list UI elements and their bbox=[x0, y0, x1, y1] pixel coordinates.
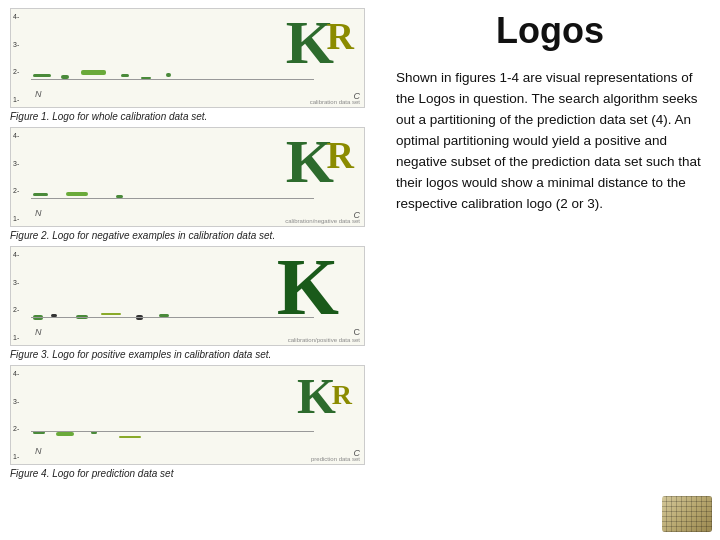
bottom-label-2: calibration/negative data set bbox=[285, 218, 360, 224]
streak-2-2 bbox=[66, 192, 88, 196]
figure-1-block: 4- 3- 2- 1- K R N C calibration data set bbox=[10, 8, 370, 123]
streak-1 bbox=[33, 74, 51, 77]
horiz-line-3 bbox=[31, 317, 314, 318]
y-axis-1: 4- 3- 2- 1- bbox=[11, 9, 33, 107]
n-label-4: N bbox=[35, 446, 42, 456]
description-text: Shown in figures 1-4 are visual represen… bbox=[396, 68, 704, 214]
bottom-label-4: prediction data set bbox=[311, 456, 360, 462]
figure-4-caption: Figure 4. Logo for prediction data set bbox=[10, 467, 370, 480]
figure-4-image: 4- 3- 2- 1- K R N C prediction data set bbox=[10, 365, 365, 465]
figure-3-image: 4- 3- 2- 1- K N C calibration/positive d… bbox=[10, 246, 365, 346]
streak-3-4 bbox=[101, 313, 121, 315]
figure-2-caption: Figure 2. Logo for negative examples in … bbox=[10, 229, 370, 242]
streak-4-2 bbox=[56, 432, 74, 436]
bottom-right-icon bbox=[662, 496, 712, 532]
r-logo-4: R bbox=[332, 381, 352, 409]
c-label-3: C bbox=[354, 327, 361, 337]
y-axis-2: 4- 3- 2- 1- bbox=[11, 128, 33, 226]
r-logo-1: R bbox=[327, 17, 354, 55]
horiz-line-1 bbox=[31, 79, 314, 80]
r-logo-2: R bbox=[327, 136, 354, 174]
streak-4-4 bbox=[119, 436, 141, 438]
streak-6 bbox=[166, 73, 171, 77]
y-axis-3: 4- 3- 2- 1- bbox=[11, 247, 33, 345]
y-axis-4: 4- 3- 2- 1- bbox=[11, 366, 33, 464]
horiz-line-2 bbox=[31, 198, 314, 199]
right-panel: Logos Shown in figures 1-4 are visual re… bbox=[380, 0, 720, 540]
figure-1-caption: Figure 1. Logo for whole calibration dat… bbox=[10, 110, 370, 123]
bottom-label-1: calibration data set bbox=[310, 99, 360, 105]
figure-4-block: 4- 3- 2- 1- K R N C prediction data set … bbox=[10, 365, 370, 480]
figure-2-image: 4- 3- 2- 1- K R N C calibration/negative… bbox=[10, 127, 365, 227]
left-panel: 4- 3- 2- 1- K R N C calibration data set bbox=[0, 0, 380, 540]
figure-2-block: 4- 3- 2- 1- K R N C calibration/negative… bbox=[10, 127, 370, 242]
streak-4 bbox=[121, 74, 129, 77]
figure-3-caption: Figure 3. Logo for positive examples in … bbox=[10, 348, 370, 361]
streak-3 bbox=[81, 70, 106, 75]
bottom-label-3: calibration/positive data set bbox=[288, 337, 360, 343]
figure-1-image: 4- 3- 2- 1- K R N C calibration data set bbox=[10, 8, 365, 108]
figure-3-block: 4- 3- 2- 1- K N C calibration/positive d… bbox=[10, 246, 370, 361]
grid-pattern bbox=[662, 496, 712, 532]
k-logo-4: K bbox=[297, 371, 336, 421]
n-label-3: N bbox=[35, 327, 42, 337]
big-k-3: K bbox=[277, 247, 339, 327]
streak-2-1 bbox=[33, 193, 48, 196]
n-label-1: N bbox=[35, 89, 42, 99]
page-title: Logos bbox=[396, 10, 704, 52]
horiz-line-4 bbox=[31, 431, 314, 432]
n-label-2: N bbox=[35, 208, 42, 218]
